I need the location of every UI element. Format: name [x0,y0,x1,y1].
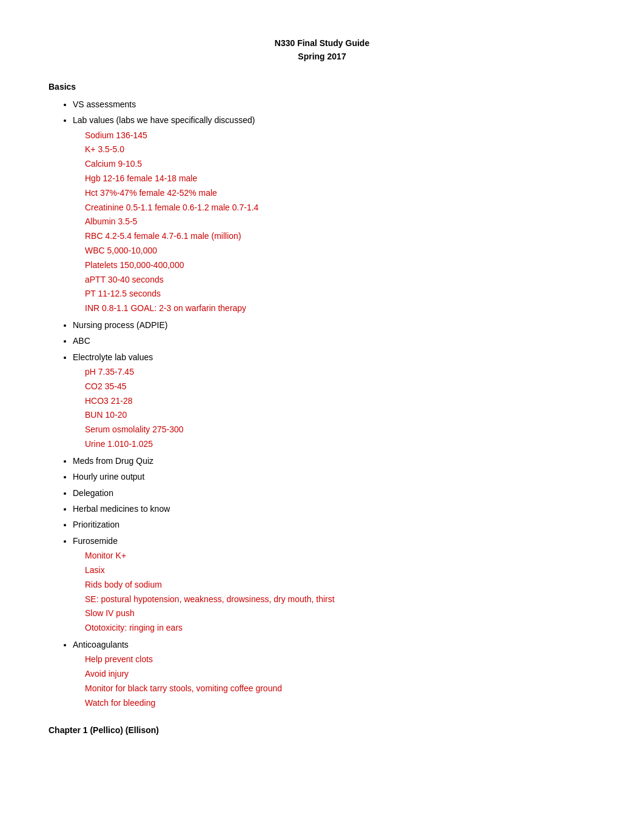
basics-heading: Basics [49,82,595,92]
basics-section: Basics VS assessments Lab values (labs w… [49,82,595,711]
chapter1-heading: Chapter 1 (Pellico) (Ellison) [49,725,595,735]
list-item: Delegation [73,486,595,500]
list-item: Lab values (labs we have specifically di… [73,113,595,316]
electrolyte-block: pH 7.35-7.45 CO2 35-45 HCO3 21-28 BUN 10… [73,365,595,452]
anticoagulants-block: Help prevent clots Avoid injury Monitor … [73,652,595,710]
list-item: Meds from Drug Quiz [73,454,595,468]
list-item: VS assessments [73,98,595,111]
list-item: Nursing process (ADPIE) [73,318,595,332]
list-item: Furosemide Monitor K+ Lasix Rids body of… [73,534,595,635]
basics-list: VS assessments Lab values (labs we have … [49,98,595,711]
list-item: Herbal medicines to know [73,502,595,515]
page-title: N330 Final Study Guide Spring 2017 [49,36,595,64]
list-item: ABC [73,334,595,347]
furosemide-block: Monitor K+ Lasix Rids body of sodium SE:… [73,549,595,635]
list-item: Hourly urine output [73,470,595,483]
lab-values-block: Sodium 136-145 K+ 3.5-5.0 Calcium 9-10.5… [73,129,595,316]
list-item: Anticoagulants Help prevent clots Avoid … [73,638,595,711]
list-item: Electrolyte lab values pH 7.35-7.45 CO2 … [73,350,595,452]
list-item: Prioritization [73,518,595,531]
